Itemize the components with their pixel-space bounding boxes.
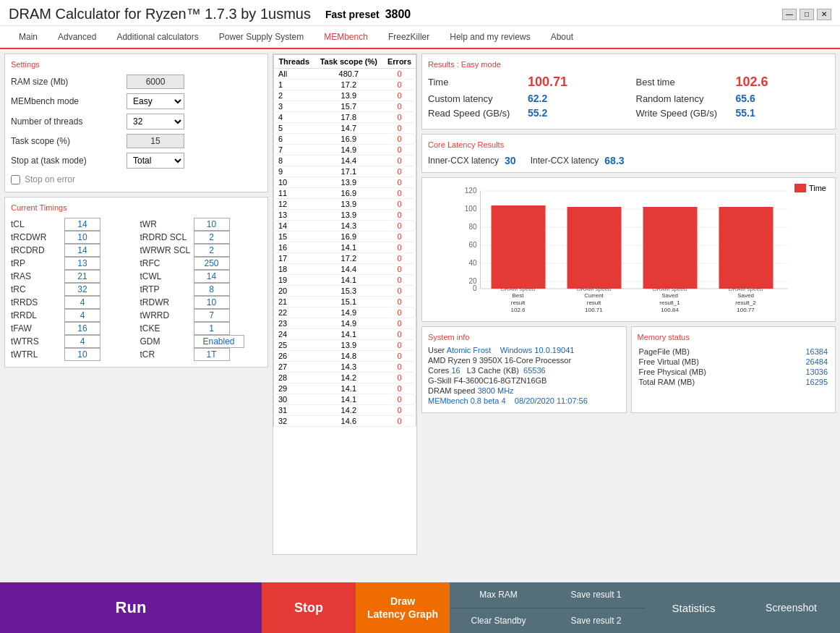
thread-row: 1614.10 [274, 242, 416, 253]
errors-cell: 0 [383, 253, 416, 264]
timing-trdwr: tRDWR [140, 296, 262, 309]
errors-cell: 0 [383, 145, 416, 156]
scope-cell: 15.1 [314, 297, 383, 307]
menu-power[interactable]: Power Supply System [209, 26, 314, 48]
tfaw-input[interactable] [64, 322, 100, 335]
thread-row: 2414.10 [274, 329, 416, 340]
errors-cell: 0 [383, 177, 416, 188]
trc-input[interactable] [64, 283, 100, 296]
trdrd-input[interactable] [194, 231, 230, 244]
timing-twrwr: tWRWR SCL [140, 244, 262, 257]
tras-input[interactable] [64, 270, 100, 283]
menu-membench[interactable]: MEMbench [314, 26, 378, 49]
stop-at-select-wrap: TotalPer thread [127, 153, 184, 169]
thread-num-cell: 12 [274, 199, 314, 210]
thread-num-cell: 28 [274, 373, 314, 383]
menu-additional[interactable]: Additional calculators [106, 26, 208, 48]
svg-text:80: 80 [468, 223, 477, 231]
thread-row: 1116.90 [274, 188, 416, 199]
trtp-input[interactable] [194, 283, 230, 296]
results-box: Results : Easy mode Time 100.71 Best tim… [421, 54, 836, 129]
legend-label: Time [809, 184, 826, 192]
trfc-input[interactable] [194, 257, 230, 270]
menu-freezkiller[interactable]: FreezKiller [378, 26, 440, 48]
trcdrd-input[interactable] [64, 244, 100, 257]
thread-num-cell: 25 [274, 340, 314, 351]
thread-row: 2814.20 [274, 373, 416, 383]
menu-help[interactable]: Help and my reviews [440, 26, 540, 48]
minimize-button[interactable]: — [782, 9, 797, 20]
thread-row: 315.70 [274, 101, 416, 112]
maximize-button[interactable]: □ [800, 9, 814, 20]
task-scope-input[interactable] [127, 134, 184, 148]
threads-row: Number of threads 12481632 [11, 114, 262, 129]
title-bar: DRAM Calculator for Ryzen™ 1.7.3 by 1usm… [0, 0, 840, 26]
stop-on-error-checkbox[interactable] [11, 175, 20, 184]
threads-label: Number of threads [11, 116, 127, 127]
results-title: Results : Easy mode [428, 60, 829, 69]
tcr-input[interactable] [194, 348, 230, 361]
timing-twtrl: tWTRL [11, 348, 133, 361]
timing-tfaw: tFAW [11, 322, 133, 335]
close-button[interactable]: ✕ [817, 9, 831, 20]
trrdl-input[interactable] [64, 309, 100, 322]
twrrd-input[interactable] [194, 309, 230, 322]
stop-button[interactable]: Stop [262, 582, 356, 633]
twtrl-input[interactable] [64, 348, 100, 361]
tcke-input[interactable] [194, 322, 230, 335]
totalram-row: Total RAM (MB) 16295 [639, 378, 828, 386]
twr-input[interactable] [194, 218, 230, 231]
scope-cell: 14.3 [314, 221, 383, 231]
twrwr-input[interactable] [194, 244, 230, 257]
sysinfo-cpu: AMD Ryzen 9 3950X 16-Core Processor [428, 356, 620, 365]
ram-size-input[interactable] [127, 75, 184, 89]
latency-graph-button[interactable]: Draw Latency Graph [356, 582, 450, 633]
thread-row: 2214.90 [274, 307, 416, 318]
thread-row: 1213.90 [274, 199, 416, 210]
thread-row: 2714.30 [274, 362, 416, 373]
freevirtual-value: 26484 [785, 357, 828, 366]
time-label: Time [428, 77, 522, 88]
membench-mode-select[interactable]: EasyAdvanced [127, 94, 184, 109]
sysinfo-user: User Atomic Frost Windows 10.0.19041 [428, 346, 620, 354]
save-result-1-button[interactable]: Save result 1 [547, 582, 645, 608]
gdm-input[interactable] [194, 335, 244, 348]
sysinfo-title: System info [428, 333, 620, 341]
trdwr-input[interactable] [194, 296, 230, 309]
sysinfo-membench: MEMbench 0.8 beta 4 08/20/2020 11:07:56 [428, 396, 620, 405]
write-speed-item: Write Speed (GB/s) 55.1 [636, 107, 830, 119]
stop-at-select[interactable]: TotalPer thread [127, 153, 184, 168]
read-speed-item: Read Speed (GB/s) 55.2 [428, 107, 622, 119]
menu-advanced[interactable]: Advanced [48, 26, 106, 48]
timing-twrrd: tWRRD [140, 309, 262, 322]
trp-input[interactable] [64, 257, 100, 270]
thread-row: 117.20 [274, 80, 416, 90]
middle-panel: Threads Task scope (%) Errors All480.701… [273, 54, 417, 555]
errors-cell: 0 [383, 373, 416, 383]
stop-at-label: Stop at (task mode) [11, 156, 127, 166]
menu-main[interactable]: Main [9, 26, 48, 48]
max-ram-button[interactable]: Max RAM [450, 582, 547, 608]
tcwl-input[interactable] [194, 270, 230, 283]
menu-about[interactable]: About [541, 26, 583, 48]
errors-cell: 0 [383, 156, 416, 166]
threads-select[interactable]: 12481632 [127, 114, 184, 129]
tcl-input[interactable] [64, 218, 100, 231]
statistics-button[interactable]: Statistics [645, 582, 742, 633]
legend-color-box [794, 184, 806, 192]
thread-num-cell: 5 [274, 123, 314, 134]
timing-twr: tWR [140, 218, 262, 231]
col-threads: Threads [274, 55, 314, 69]
bar-1 [492, 205, 546, 289]
clear-standby-button[interactable]: Clear Standby [450, 608, 547, 634]
errors-cell: 0 [383, 264, 416, 275]
trcdwr-input[interactable] [64, 231, 100, 244]
svg-text:Saved: Saved [737, 292, 754, 299]
run-button[interactable]: Run [0, 582, 262, 633]
trrds-input[interactable] [64, 296, 100, 309]
task-scope-row: Task scope (%) [11, 134, 262, 148]
errors-cell: 0 [383, 394, 416, 405]
twtrs-input[interactable] [64, 335, 100, 348]
save-result-2-button[interactable]: Save result 2 [547, 608, 645, 634]
screenshot-button[interactable]: Screenshot [742, 582, 840, 633]
